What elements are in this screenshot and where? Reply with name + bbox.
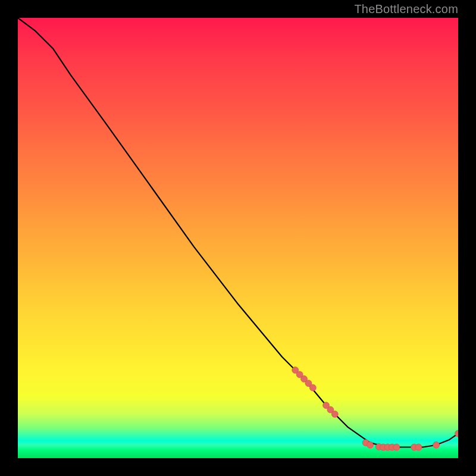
data-marker bbox=[367, 441, 374, 448]
data-marker bbox=[393, 444, 400, 450]
plot-area bbox=[18, 18, 458, 458]
chart-overlay bbox=[18, 18, 458, 458]
watermark-text: TheBottleneck.com bbox=[354, 2, 458, 16]
data-marker bbox=[433, 441, 440, 448]
data-marker bbox=[415, 444, 422, 450]
data-marker bbox=[309, 384, 316, 391]
data-markers bbox=[292, 367, 458, 451]
data-marker bbox=[331, 411, 338, 418]
chart-stage: TheBottleneck.com bbox=[0, 0, 476, 476]
bottleneck-curve bbox=[18, 18, 458, 447]
